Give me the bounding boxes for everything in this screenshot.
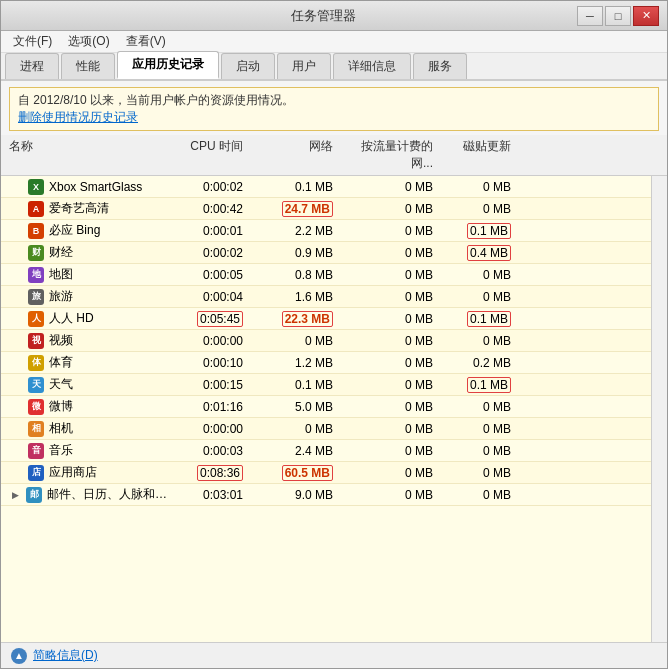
table-body: XXbox SmartGlass0:00:020.1 MB0 MB0 MBA爱奇… xyxy=(1,176,651,642)
tile-highlight: 0.4 MB xyxy=(467,245,511,261)
col-header-net[interactable]: 网络 xyxy=(259,138,349,172)
status-link[interactable]: 简略信息(D) xyxy=(33,647,98,664)
info-text-line1: 自 2012/8/10 以来，当前用户帐户的资源使用情况。 xyxy=(18,92,650,109)
cell-metered: 0 MB xyxy=(349,290,449,304)
tab-performance[interactable]: 性能 xyxy=(61,53,115,79)
status-bar: ▲ 简略信息(D) xyxy=(1,642,667,668)
close-button[interactable]: ✕ xyxy=(633,6,659,26)
scrollbar[interactable] xyxy=(651,176,667,642)
app-icon: 音 xyxy=(28,443,44,459)
cell-name: XXbox SmartGlass xyxy=(9,179,169,195)
menu-file[interactable]: 文件(F) xyxy=(5,31,60,52)
app-name-label: 旅游 xyxy=(49,288,73,305)
tab-users[interactable]: 用户 xyxy=(277,53,331,79)
table-row[interactable]: 财财经0:00:020.9 MB0 MB0.4 MB xyxy=(1,242,651,264)
cell-metered: 0 MB xyxy=(349,444,449,458)
tab-details[interactable]: 详细信息 xyxy=(333,53,411,79)
cell-name: 音音乐 xyxy=(9,442,169,459)
menu-view[interactable]: 查看(V) xyxy=(118,31,174,52)
table-row[interactable]: 旅旅游0:00:041.6 MB0 MB0 MB xyxy=(1,286,651,308)
app-icon: 天 xyxy=(28,377,44,393)
cell-name: A爱奇艺高清 xyxy=(9,200,169,217)
menu-bar: 文件(F) 选项(O) 查看(V) xyxy=(1,31,667,53)
cell-metered: 0 MB xyxy=(349,246,449,260)
expand-arrow-icon[interactable]: ▶ xyxy=(9,490,21,500)
table-row[interactable]: 相相机0:00:000 MB0 MB0 MB xyxy=(1,418,651,440)
app-name-label: 必应 Bing xyxy=(49,222,100,239)
tab-startup[interactable]: 启动 xyxy=(221,53,275,79)
app-icon: 邮 xyxy=(26,487,42,503)
table-row[interactable]: 视视频0:00:000 MB0 MB0 MB xyxy=(1,330,651,352)
col-header-cpu[interactable]: CPU 时间 xyxy=(169,138,259,172)
app-name-label: 应用商店 xyxy=(49,464,97,481)
cell-cpu: 0:00:10 xyxy=(169,356,259,370)
cell-metered: 0 MB xyxy=(349,400,449,414)
info-bar: 自 2012/8/10 以来，当前用户帐户的资源使用情况。 删除使用情况历史记录 xyxy=(9,87,659,131)
maximize-button[interactable]: □ xyxy=(605,6,631,26)
table-row[interactable]: B必应 Bing0:00:012.2 MB0 MB0.1 MB xyxy=(1,220,651,242)
app-name-label: 音乐 xyxy=(49,442,73,459)
table-row[interactable]: 音音乐0:00:032.4 MB0 MB0 MB xyxy=(1,440,651,462)
title-bar: 任务管理器 ─ □ ✕ xyxy=(1,1,667,31)
cell-net: 22.3 MB xyxy=(259,311,349,327)
cell-name: 微微博 xyxy=(9,398,169,415)
table-row[interactable]: 微微博0:01:165.0 MB0 MB0 MB xyxy=(1,396,651,418)
cell-net: 0 MB xyxy=(259,422,349,436)
tile-highlight: 0.1 MB xyxy=(467,311,511,327)
col-header-tile[interactable]: 磁贴更新 xyxy=(449,138,519,172)
app-name-label: 人人 HD xyxy=(49,310,94,327)
cell-net: 5.0 MB xyxy=(259,400,349,414)
tile-highlight: 0.1 MB xyxy=(467,377,511,393)
cell-tile: 0.1 MB xyxy=(449,377,519,393)
table-row[interactable]: 天天气0:00:150.1 MB0 MB0.1 MB xyxy=(1,374,651,396)
cell-net: 24.7 MB xyxy=(259,201,349,217)
cell-net: 1.6 MB xyxy=(259,290,349,304)
cell-tile: 0 MB xyxy=(449,444,519,458)
cell-cpu: 0:05:45 xyxy=(169,311,259,327)
cell-net: 0.1 MB xyxy=(259,378,349,392)
cell-cpu: 0:00:00 xyxy=(169,334,259,348)
cell-name: 体体育 xyxy=(9,354,169,371)
app-name-label: 天气 xyxy=(49,376,73,393)
cell-cpu: 0:00:03 xyxy=(169,444,259,458)
menu-options[interactable]: 选项(O) xyxy=(60,31,117,52)
cell-net: 9.0 MB xyxy=(259,488,349,502)
minimize-button[interactable]: ─ xyxy=(577,6,603,26)
table-row[interactable]: 人人人 HD0:05:4522.3 MB0 MB0.1 MB xyxy=(1,308,651,330)
cell-cpu: 0:00:00 xyxy=(169,422,259,436)
cell-tile: 0 MB xyxy=(449,290,519,304)
table-row[interactable]: 体体育0:00:101.2 MB0 MB0.2 MB xyxy=(1,352,651,374)
cell-name: B必应 Bing xyxy=(9,222,169,239)
cell-tile: 0.1 MB xyxy=(449,311,519,327)
cell-name: ▶邮邮件、日历、人脉和消息... xyxy=(9,486,169,503)
delete-history-link[interactable]: 删除使用情况历史记录 xyxy=(18,110,138,124)
cell-name: 财财经 xyxy=(9,244,169,261)
cell-cpu: 0:00:42 xyxy=(169,202,259,216)
tab-process[interactable]: 进程 xyxy=(5,53,59,79)
cell-net: 2.2 MB xyxy=(259,224,349,238)
col-header-metered[interactable]: 按流量计费的网... xyxy=(349,138,449,172)
cell-tile: 0 MB xyxy=(449,400,519,414)
tile-highlight: 0.1 MB xyxy=(467,223,511,239)
app-name-label: 财经 xyxy=(49,244,73,261)
tab-services[interactable]: 服务 xyxy=(413,53,467,79)
col-header-name[interactable]: 名称 xyxy=(9,138,169,172)
app-icon: A xyxy=(28,201,44,217)
cell-cpu: 0:08:36 xyxy=(169,465,259,481)
app-icon: 地 xyxy=(28,267,44,283)
table-row[interactable]: 地地图0:00:050.8 MB0 MB0 MB xyxy=(1,264,651,286)
task-manager-window: 任务管理器 ─ □ ✕ 文件(F) 选项(O) 查看(V) 进程 性能 应用历史… xyxy=(0,0,668,669)
app-icon: 相 xyxy=(28,421,44,437)
cell-metered: 0 MB xyxy=(349,378,449,392)
cell-cpu: 0:00:02 xyxy=(169,246,259,260)
cell-name: 地地图 xyxy=(9,266,169,283)
tabs-bar: 进程 性能 应用历史记录 启动 用户 详细信息 服务 xyxy=(1,53,667,81)
app-icon: 人 xyxy=(28,311,44,327)
app-name-label: Xbox SmartGlass xyxy=(49,180,142,194)
table-row[interactable]: XXbox SmartGlass0:00:020.1 MB0 MB0 MB xyxy=(1,176,651,198)
tab-app-history[interactable]: 应用历史记录 xyxy=(117,51,219,79)
table-row[interactable]: A爱奇艺高清0:00:4224.7 MB0 MB0 MB xyxy=(1,198,651,220)
cell-metered: 0 MB xyxy=(349,180,449,194)
table-row[interactable]: 店应用商店0:08:3660.5 MB0 MB0 MB xyxy=(1,462,651,484)
table-row[interactable]: ▶邮邮件、日历、人脉和消息...0:03:019.0 MB0 MB0 MB xyxy=(1,484,651,506)
